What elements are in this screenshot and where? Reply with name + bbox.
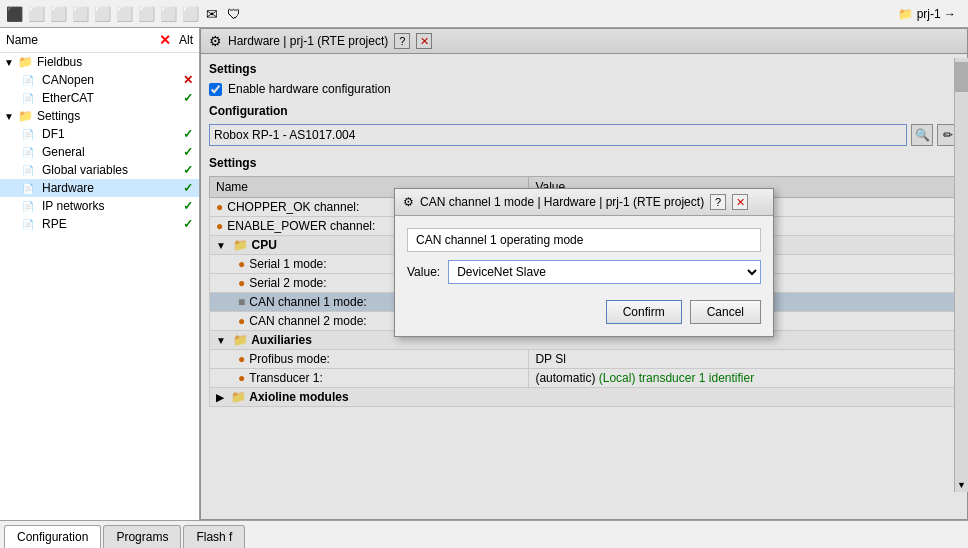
modal-value-row: Value: DeviceNet Slave CANopen Disabled … bbox=[407, 260, 761, 284]
item-icon-ip-networks: 📄 bbox=[22, 201, 34, 212]
modal-description: CAN channel 1 operating mode bbox=[407, 228, 761, 252]
toolbar-icon-3[interactable]: ⬜ bbox=[48, 4, 68, 24]
folder-icon-settings: 📁 bbox=[18, 109, 33, 123]
sidebar-label-ip-networks: IP networks bbox=[42, 199, 104, 213]
sidebar-close-button[interactable]: ✕ bbox=[159, 32, 171, 48]
modal-icon: ⚙ bbox=[403, 195, 414, 209]
toolbar-icon-1[interactable]: ⬛ bbox=[4, 4, 24, 24]
toolbar-icon-9[interactable]: ⬜ bbox=[180, 4, 200, 24]
sidebar-item-settings-group[interactable]: ▼ 📁 Settings bbox=[0, 107, 199, 125]
main-toolbar: ⬛ ⬜ ⬜ ⬜ ⬜ ⬜ ⬜ ⬜ ⬜ ✉ 🛡 📁 prj-1 → bbox=[0, 0, 968, 28]
toolbar-icon-11[interactable]: 🛡 bbox=[224, 4, 244, 24]
modal-overlay: ⚙ CAN channel 1 mode | Hardware | prj-1 … bbox=[200, 28, 968, 520]
expand-arrow-fieldbus[interactable]: ▼ bbox=[4, 57, 14, 68]
sidebar-item-general[interactable]: 📄 General ✓ bbox=[0, 143, 199, 161]
sidebar-label-ethercat: EtherCAT bbox=[42, 91, 94, 105]
modal-titlebar: ⚙ CAN channel 1 mode | Hardware | prj-1 … bbox=[395, 189, 773, 216]
toolbar-icon-6[interactable]: ⬜ bbox=[114, 4, 134, 24]
status-ethercat: ✓ bbox=[183, 91, 193, 105]
folder-icon-fieldbus: 📁 bbox=[18, 55, 33, 69]
item-icon-global-vars: 📄 bbox=[22, 165, 34, 176]
project-label: prj-1 → bbox=[917, 7, 956, 21]
sidebar-item-fieldbus[interactable]: ▼ 📁 Fieldbus bbox=[0, 53, 199, 71]
item-icon-general: 📄 bbox=[22, 147, 34, 158]
sidebar-label-settings-group: Settings bbox=[37, 109, 80, 123]
sidebar-header: Name ✕ Alt bbox=[0, 28, 199, 53]
sidebar-label-rpe: RPE bbox=[42, 217, 67, 231]
sidebar-label-canopen: CANopen bbox=[42, 73, 94, 87]
toolbar-icon-5[interactable]: ⬜ bbox=[92, 4, 112, 24]
status-canopen: ✕ bbox=[183, 73, 193, 87]
toolbar-icon-2[interactable]: ⬜ bbox=[26, 4, 46, 24]
sidebar: Name ✕ Alt ▼ 📁 Fieldbus 📄 CANopen ✕ 📄 Et… bbox=[0, 28, 200, 520]
item-icon-df1: 📄 bbox=[22, 129, 34, 140]
sidebar-item-canopen[interactable]: 📄 CANopen ✕ bbox=[0, 71, 199, 89]
status-rpe: ✓ bbox=[183, 217, 193, 231]
toolbar-icon-10[interactable]: ✉ bbox=[202, 4, 222, 24]
sidebar-label-hardware: Hardware bbox=[42, 181, 94, 195]
expand-arrow-settings[interactable]: ▼ bbox=[4, 111, 14, 122]
item-icon-ethercat: 📄 bbox=[22, 93, 34, 104]
sidebar-label-global-vars: Global variables bbox=[42, 163, 128, 177]
toolbar-icon-7[interactable]: ⬜ bbox=[136, 4, 156, 24]
item-icon-rpe: 📄 bbox=[22, 219, 34, 230]
sidebar-name-header: Name bbox=[6, 33, 38, 47]
sidebar-item-ethercat[interactable]: 📄 EtherCAT ✓ bbox=[0, 89, 199, 107]
modal-body: CAN channel 1 operating mode Value: Devi… bbox=[395, 216, 773, 336]
modal-help-button[interactable]: ? bbox=[710, 194, 726, 210]
confirm-button[interactable]: Confirm bbox=[606, 300, 682, 324]
status-global-vars: ✓ bbox=[183, 163, 193, 177]
status-df1: ✓ bbox=[183, 127, 193, 141]
item-icon-hardware: 📄 bbox=[22, 183, 34, 194]
tab-configuration[interactable]: Configuration bbox=[4, 525, 101, 548]
sidebar-item-label-fieldbus: Fieldbus bbox=[37, 55, 82, 69]
status-ip-networks: ✓ bbox=[183, 199, 193, 213]
sidebar-item-rpe[interactable]: 📄 RPE ✓ bbox=[0, 215, 199, 233]
modal-value-select[interactable]: DeviceNet Slave CANopen Disabled DeviceN… bbox=[448, 260, 761, 284]
sidebar-item-global-vars[interactable]: 📄 Global variables ✓ bbox=[0, 161, 199, 179]
tab-programs[interactable]: Programs bbox=[103, 525, 181, 548]
modal-close-button[interactable]: ✕ bbox=[732, 194, 748, 210]
sidebar-item-df1[interactable]: 📄 DF1 ✓ bbox=[0, 125, 199, 143]
item-icon-canopen: 📄 bbox=[22, 75, 34, 86]
sidebar-alt-header: Alt bbox=[179, 33, 193, 47]
modal-title: CAN channel 1 mode | Hardware | prj-1 (R… bbox=[420, 195, 704, 209]
main-layout: Name ✕ Alt ▼ 📁 Fieldbus 📄 CANopen ✕ 📄 Et… bbox=[0, 28, 968, 520]
hardware-window: ⚙ Hardware | prj-1 (RTE project) ? ✕ Set… bbox=[200, 28, 968, 520]
toolbar-icon-8[interactable]: ⬜ bbox=[158, 4, 178, 24]
bottom-tabs: Configuration Programs Flash f bbox=[0, 520, 968, 548]
status-hardware: ✓ bbox=[183, 181, 193, 195]
sidebar-label-general: General bbox=[42, 145, 85, 159]
modal-value-label: Value: bbox=[407, 265, 440, 279]
toolbar-icon-4[interactable]: ⬜ bbox=[70, 4, 90, 24]
modal-dialog: ⚙ CAN channel 1 mode | Hardware | prj-1 … bbox=[394, 188, 774, 337]
sidebar-item-hardware[interactable]: 📄 Hardware ✓ bbox=[0, 179, 199, 197]
project-folder-icon: 📁 bbox=[898, 7, 913, 21]
cancel-button[interactable]: Cancel bbox=[690, 300, 761, 324]
sidebar-label-df1: DF1 bbox=[42, 127, 65, 141]
modal-buttons: Confirm Cancel bbox=[407, 296, 761, 324]
tab-flash[interactable]: Flash f bbox=[183, 525, 245, 548]
sidebar-item-ip-networks[interactable]: 📄 IP networks ✓ bbox=[0, 197, 199, 215]
status-general: ✓ bbox=[183, 145, 193, 159]
content-area: ⚙ Hardware | prj-1 (RTE project) ? ✕ Set… bbox=[200, 28, 968, 520]
